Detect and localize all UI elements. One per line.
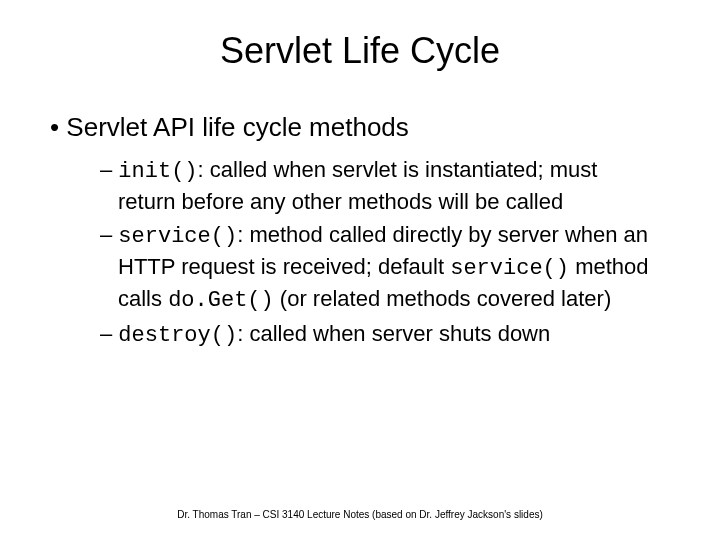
text-destroy: : called when server shuts down [237,321,550,346]
bullet-level-2-service: – service(): method called directly by s… [100,220,650,315]
slide-footer: Dr. Thomas Tran – CSI 3140 Lecture Notes… [0,509,720,520]
bullet-level-2-destroy: – destroy(): called when server shuts do… [100,319,650,351]
dash-icon: – [100,321,118,346]
dash-icon: – [100,222,118,247]
code-service-2: service() [450,256,569,281]
slide: Servlet Life Cycle Servlet API life cycl… [0,0,720,351]
dash-icon: – [100,157,118,182]
code-init: init() [118,159,197,184]
code-service: service() [118,224,237,249]
code-destroy: destroy() [118,323,237,348]
code-doget: do.Get() [168,288,274,313]
bullet-level-2-init: – init(): called when servlet is instant… [100,155,650,216]
bullet-level-1: Servlet API life cycle methods [50,112,680,143]
text-service-3: (or related methods covered later) [274,286,612,311]
slide-title: Servlet Life Cycle [40,30,680,72]
